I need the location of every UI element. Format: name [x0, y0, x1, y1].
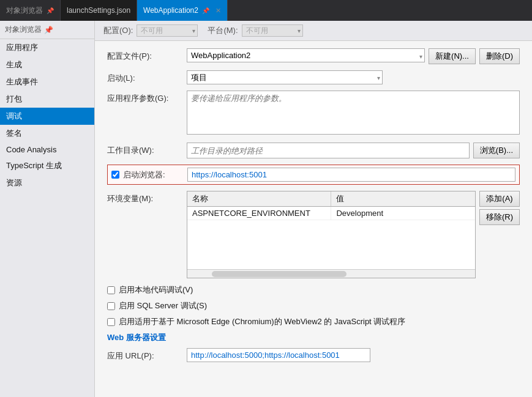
main-area: 对象浏览器 📌 应用程序 生成 生成事件 打包 调试 签名 Code An: [0, 21, 532, 397]
config-file-select[interactable]: WebApplication2: [187, 48, 425, 62]
env-scrollbar-thumb[interactable]: [212, 271, 347, 277]
env-vars-label: 环境变量(M):: [107, 191, 187, 204]
config-select-wrapper: 不可用: [137, 24, 198, 37]
sidebar-item-build-events[interactable]: 生成事件: [0, 73, 94, 91]
app-args-row: 应用程序参数(G):: [107, 91, 520, 136]
add-env-button[interactable]: 添加(A): [479, 191, 520, 207]
env-vars-row: 环境变量(M): 名称 值 ASPNETCORE_EN: [107, 191, 520, 278]
sidebar: 对象浏览器 📌 应用程序 生成 生成事件 打包 调试 签名 Code An: [0, 21, 95, 397]
top-bar: 配置(O): 不可用 平台(M): 不可用: [95, 21, 532, 41]
launch-select-wrapper: 项目: [187, 70, 383, 84]
webview2-debug-label: 启用适用于基于 Microsoft Edge (Chromium)的 WebVi…: [119, 316, 405, 327]
env-vars-control: 名称 值 ASPNETCORE_ENVIRONMENT Development: [187, 191, 520, 278]
sql-debug-row: 启用 SQL Server 调试(S): [107, 300, 520, 311]
env-cell-name: ASPNETCORE_ENVIRONMENT: [187, 207, 331, 220]
remove-env-button[interactable]: 移除(R): [479, 209, 520, 225]
env-scrollbar[interactable]: [187, 269, 475, 278]
app-args-label: 应用程序参数(G):: [107, 91, 187, 104]
sql-debug-label: 启用 SQL Server 调试(S): [119, 300, 207, 311]
launch-select[interactable]: 项目: [187, 70, 383, 84]
env-cell-value: Development: [331, 207, 474, 220]
tab-webapp[interactable]: WebApplication2 📌 ✕: [137, 0, 228, 21]
sql-debug-checkbox[interactable]: [107, 302, 115, 310]
native-debug-label: 启用本地代码调试(V): [119, 284, 193, 295]
app-url-input[interactable]: [187, 348, 370, 362]
tab-bar: 对象浏览器 📌 launchSettings.json WebApplicati…: [0, 0, 532, 21]
tab-targets[interactable]: 对象浏览器 📌: [0, 0, 61, 21]
sidebar-item-package[interactable]: 打包: [0, 91, 94, 108]
web-server-header[interactable]: Web 服务器设置: [107, 332, 520, 343]
config-label: 配置(O):: [103, 25, 133, 36]
sidebar-header-label: 对象浏览器: [5, 24, 42, 35]
work-dir-label: 工作目录(W):: [107, 143, 187, 156]
tab-close-button[interactable]: ✕: [215, 7, 221, 15]
browser-launch-row: 启动浏览器:: [107, 165, 520, 185]
tab-launch[interactable]: launchSettings.json: [61, 0, 137, 21]
browser-launch-label: 启动浏览器:: [111, 169, 187, 180]
sidebar-item-sign[interactable]: 签名: [0, 125, 94, 142]
tab-targets-label: 对象浏览器: [6, 6, 43, 16]
env-table: 名称 值 ASPNETCORE_ENVIRONMENT Development: [187, 191, 476, 278]
form-area: 配置文件(P): WebApplication2 新建(N)... 删除(D) …: [95, 41, 532, 376]
sidebar-pin-icon: 📌: [44, 26, 53, 34]
tab-launch-label: launchSettings.json: [67, 6, 130, 15]
platform-select[interactable]: 不可用: [242, 24, 303, 37]
platform-label: 平台(M):: [208, 25, 238, 36]
native-debug-checkbox[interactable]: [107, 286, 115, 294]
env-col-value-header: 值: [331, 191, 474, 206]
sidebar-item-app[interactable]: 应用程序: [0, 39, 94, 56]
app-url-row: 应用 URL(P):: [107, 348, 520, 362]
app-url-control: [187, 348, 520, 362]
webview2-debug-checkbox[interactable]: [107, 318, 115, 326]
native-debug-row: 启用本地代码调试(V): [107, 284, 520, 295]
config-file-control: WebApplication2 新建(N)... 删除(D): [187, 48, 520, 64]
table-row[interactable]: ASPNETCORE_ENVIRONMENT Development: [187, 207, 475, 220]
env-table-container: 名称 值 ASPNETCORE_ENVIRONMENT Development: [187, 191, 476, 278]
tab-webapp-label: WebApplication2: [143, 6, 198, 15]
launch-row: 启动(L): 项目: [107, 70, 520, 84]
browser-url-input[interactable]: [187, 168, 515, 182]
app-args-input[interactable]: [187, 91, 520, 135]
app-url-label: 应用 URL(P):: [107, 348, 187, 362]
sidebar-item-build[interactable]: 生成: [0, 56, 94, 73]
work-dir-row: 工作目录(W): 浏览(B)...: [107, 143, 520, 158]
platform-select-wrapper: 不可用: [242, 24, 303, 37]
config-file-label: 配置文件(P):: [107, 48, 187, 62]
launch-control: 项目: [187, 70, 520, 84]
browser-launch-checkbox[interactable]: [111, 171, 119, 179]
webview2-debug-row: 启用适用于基于 Microsoft Edge (Chromium)的 WebVi…: [107, 316, 520, 327]
env-buttons: 添加(A) 移除(R): [479, 191, 520, 278]
sidebar-item-ts-build[interactable]: TypeScript 生成: [0, 157, 94, 174]
work-dir-control: 浏览(B)...: [187, 143, 520, 158]
tab-pin-icon2: 📌: [202, 7, 209, 14]
platform-group: 平台(M): 不可用: [208, 24, 302, 37]
work-dir-input[interactable]: [187, 143, 470, 158]
sidebar-header: 对象浏览器 📌: [0, 21, 94, 39]
env-col-name-header: 名称: [187, 191, 331, 206]
launch-label: 启动(L):: [107, 70, 187, 84]
sidebar-item-resources[interactable]: 资源: [0, 174, 94, 191]
config-select[interactable]: 不可用: [137, 24, 198, 37]
env-table-header: 名称 值: [187, 191, 475, 207]
env-table-spacer: [187, 220, 475, 269]
browse-button[interactable]: 浏览(B)...: [473, 143, 520, 158]
sidebar-item-code-analysis[interactable]: Code Analysis: [0, 142, 94, 157]
config-file-select-wrapper: WebApplication2: [187, 48, 425, 64]
content-pane: 配置(O): 不可用 平台(M): 不可用: [95, 21, 532, 397]
new-button[interactable]: 新建(N)...: [429, 48, 476, 64]
config-file-row: 配置文件(P): WebApplication2 新建(N)... 删除(D): [107, 48, 520, 64]
config-group: 配置(O): 不可用: [103, 24, 198, 37]
tab-pin-icon: 📌: [47, 7, 54, 14]
sidebar-item-debug[interactable]: 调试: [0, 108, 94, 125]
delete-button[interactable]: 删除(D): [479, 48, 520, 64]
app-args-control: [187, 91, 520, 136]
